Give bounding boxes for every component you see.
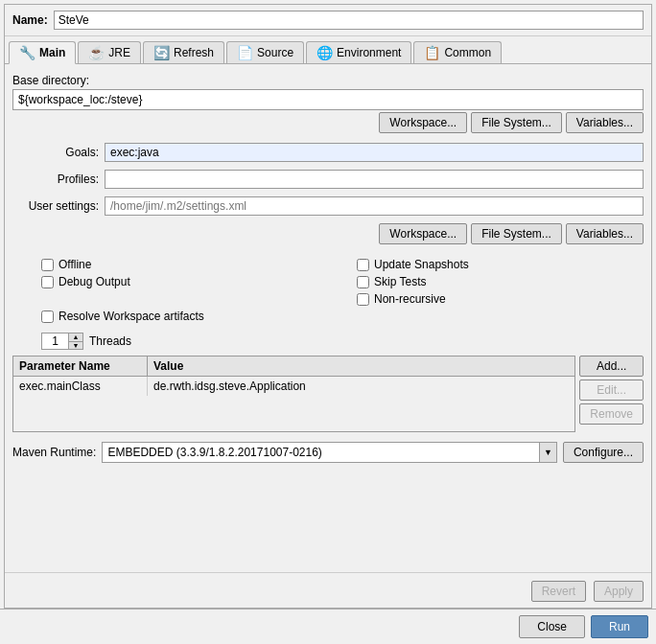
non-recursive-label: Non-recursive — [374, 292, 446, 306]
table-row[interactable]: exec.mainClass de.rwth.idsg.steve.Applic… — [13, 377, 574, 396]
apply-button[interactable]: Apply — [594, 581, 644, 602]
user-settings-row: User settings: — [12, 196, 644, 216]
variables-button-2[interactable]: Variables... — [566, 223, 644, 244]
table-side-buttons: Add... Edit... Remove — [579, 356, 644, 432]
skip-tests-label: Skip Tests — [374, 275, 426, 288]
threads-decrement[interactable]: ▼ — [69, 342, 82, 350]
non-recursive-checkbox-item[interactable]: Non-recursive — [357, 292, 644, 306]
dialog-footer: Close Run — [0, 609, 656, 644]
parameter-section: Parameter Name Value exec.mainClass de.r… — [12, 356, 644, 432]
skip-tests-checkbox-item[interactable]: Skip Tests — [357, 275, 644, 288]
tab-source-label: Source — [257, 46, 293, 59]
close-button[interactable]: Close — [519, 615, 585, 638]
base-dir-input[interactable] — [12, 89, 644, 110]
maven-runtime-label: Maven Runtime: — [12, 446, 96, 459]
skip-tests-checkbox[interactable] — [357, 276, 369, 288]
threads-row: ▲ ▼ Threads — [41, 333, 644, 350]
refresh-tab-icon: 🔄 — [153, 45, 170, 60]
threads-label: Threads — [89, 334, 131, 348]
file-system-button-2[interactable]: File System... — [471, 223, 562, 244]
source-tab-icon: 📄 — [237, 45, 253, 60]
tabs-bar: 🔧 Main ☕ JRE 🔄 Refresh 📄 Source 🌐 Enviro… — [5, 36, 651, 64]
workspace-button-1[interactable]: Workspace... — [379, 112, 467, 133]
tab-refresh-label: Refresh — [174, 46, 214, 59]
common-tab-icon: 📋 — [424, 45, 440, 60]
profiles-row: Profiles: — [12, 170, 644, 189]
tab-jre[interactable]: ☕ JRE — [78, 41, 141, 63]
offline-label: Offline — [59, 258, 91, 271]
goals-label: Goals: — [12, 146, 99, 159]
update-snapshots-label: Update Snapshots — [374, 258, 469, 271]
main-tab-icon: 🔧 — [19, 45, 35, 60]
workspace-button-2[interactable]: Workspace... — [379, 223, 467, 244]
resolve-workspace-checkbox[interactable] — [41, 310, 54, 323]
name-label: Name: — [12, 13, 48, 27]
col-param-name: Parameter Name — [13, 356, 148, 376]
tab-environment-label: Environment — [337, 46, 401, 59]
run-button[interactable]: Run — [591, 615, 648, 638]
maven-runtime-select[interactable]: EMBEDDED (3.3.9/1.8.2.20171007-0216) ▼ — [102, 442, 557, 463]
file-system-button-1[interactable]: File System... — [471, 112, 562, 133]
remove-button[interactable]: Remove — [579, 403, 644, 425]
tab-jre-label: JRE — [108, 46, 130, 59]
parameter-table: Parameter Name Value exec.mainClass de.r… — [12, 356, 575, 432]
resolve-workspace-checkbox-item[interactable]: Resolve Workspace artifacts — [41, 310, 644, 323]
edit-button[interactable]: Edit... — [579, 380, 644, 401]
configure-button[interactable]: Configure... — [563, 442, 644, 463]
revert-apply-row: Revert Apply — [5, 572, 651, 608]
tab-common-label: Common — [444, 46, 491, 59]
user-settings-label: User settings: — [12, 199, 99, 213]
tab-environment[interactable]: 🌐 Environment — [306, 41, 411, 63]
content-area: Base directory: Workspace... File System… — [5, 64, 651, 572]
maven-select-arrow[interactable]: ▼ — [539, 443, 556, 462]
tab-source[interactable]: 📄 Source — [226, 41, 304, 63]
env-tab-icon: 🌐 — [316, 45, 333, 60]
profiles-label: Profiles: — [12, 172, 99, 186]
threads-increment[interactable]: ▲ — [69, 334, 82, 342]
user-settings-input[interactable] — [105, 196, 644, 216]
offline-checkbox[interactable] — [41, 259, 54, 271]
goals-input[interactable] — [105, 143, 644, 162]
name-input[interactable] — [54, 11, 644, 30]
update-snapshots-checkbox[interactable] — [357, 259, 369, 271]
goals-row: Goals: — [12, 143, 644, 162]
tab-main-label: Main — [39, 46, 65, 59]
jre-tab-icon: ☕ — [88, 45, 105, 60]
resolve-workspace-label: Resolve Workspace artifacts — [59, 310, 204, 323]
revert-button[interactable]: Revert — [531, 581, 586, 602]
tab-main[interactable]: 🔧 Main — [9, 41, 76, 64]
table-header: Parameter Name Value — [13, 356, 574, 377]
update-snapshots-checkbox-item[interactable]: Update Snapshots — [357, 258, 644, 271]
col-value: Value — [148, 356, 574, 376]
param-value-cell: de.rwth.idsg.steve.Application — [148, 377, 574, 396]
checkboxes-block: Offline Update Snapshots Debug Output Sk… — [41, 258, 644, 323]
threads-input[interactable] — [42, 334, 69, 349]
maven-runtime-value: EMBEDDED (3.3.9/1.8.2.20171007-0216) — [103, 443, 539, 462]
tab-common[interactable]: 📋 Common — [413, 41, 502, 63]
debug-output-label: Debug Output — [59, 275, 130, 288]
variables-button-1[interactable]: Variables... — [566, 112, 644, 133]
param-name-cell: exec.mainClass — [13, 377, 148, 396]
tab-refresh[interactable]: 🔄 Refresh — [143, 41, 224, 63]
threads-spinner-buttons: ▲ ▼ — [69, 334, 82, 349]
add-button[interactable]: Add... — [579, 356, 644, 377]
base-dir-label: Base directory: — [12, 72, 644, 89]
base-dir-section: Base directory: Workspace... File System… — [12, 72, 644, 137]
profiles-input[interactable] — [105, 170, 644, 189]
non-recursive-checkbox[interactable] — [357, 293, 369, 306]
threads-spinner[interactable]: ▲ ▼ — [41, 333, 83, 350]
offline-checkbox-item[interactable]: Offline — [41, 258, 328, 271]
maven-runtime-row: Maven Runtime: EMBEDDED (3.3.9/1.8.2.201… — [12, 442, 644, 463]
debug-output-checkbox-item[interactable]: Debug Output — [41, 275, 328, 288]
debug-output-checkbox[interactable] — [41, 276, 54, 288]
